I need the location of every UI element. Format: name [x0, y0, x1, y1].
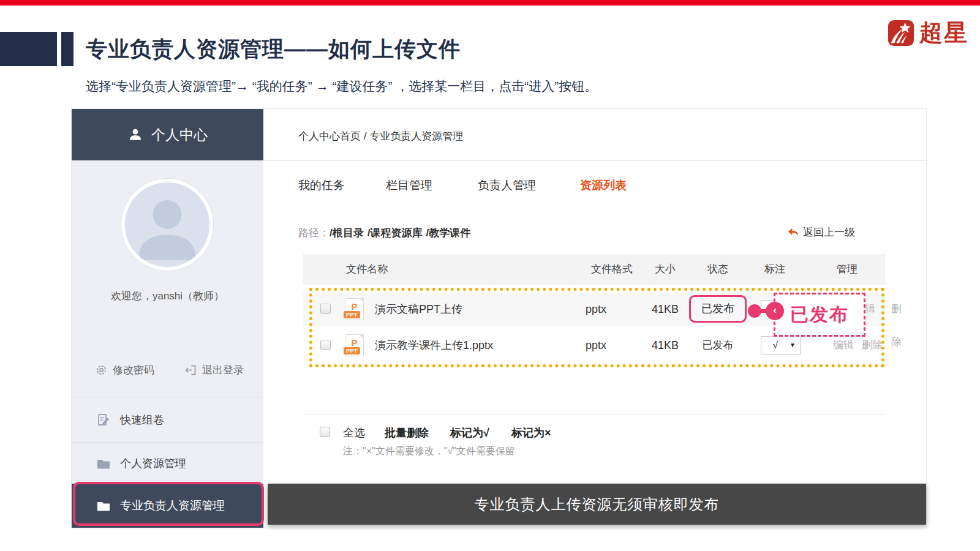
folder-icon	[96, 456, 111, 471]
path-label: 路径：	[298, 226, 330, 240]
chaoxing-logo: 超星	[887, 17, 968, 48]
file-name-link[interactable]: 演示文稿PPT上传	[375, 293, 462, 326]
back-link[interactable]: 返回上一级	[787, 225, 855, 239]
folder-icon	[96, 498, 111, 513]
column-header-filename: 文件名称	[346, 254, 388, 285]
callout-text: 已发布	[790, 302, 849, 328]
row-checkbox[interactable]	[320, 304, 331, 314]
mark-dropdown[interactable]: √ ▼	[761, 336, 801, 354]
paper-pencil-icon	[96, 413, 111, 427]
sidebar-item-label: 专业负责人资源管理	[120, 498, 225, 514]
mark-value: √	[761, 337, 790, 354]
chevron-left-icon: ‹	[766, 302, 784, 320]
select-all-checkbox[interactable]	[320, 427, 330, 437]
file-name-link[interactable]: 演示教学课件上传1.pptx	[375, 328, 493, 362]
divider	[303, 414, 885, 414]
sidebar-item-major-leader-resources[interactable]: 专业负责人资源管理	[72, 484, 263, 528]
ppt-letter: P	[345, 301, 363, 312]
file-size: 41KB	[641, 328, 690, 362]
sidebar-item-quick-paper[interactable]: 快速组卷	[72, 397, 263, 442]
back-link-label: 返回上一级	[803, 225, 855, 239]
sidebar-header-title: 个人中心	[151, 126, 208, 144]
row-checkbox[interactable]	[320, 340, 331, 350]
sidebar-item-personal-resources[interactable]: 个人资源管理	[72, 443, 263, 484]
gear-icon	[95, 364, 108, 377]
file-size: 41KB	[641, 293, 690, 326]
sidebar-item-label: 快速组卷	[120, 413, 164, 427]
file-format: pptx	[571, 293, 620, 326]
change-password-label: 修改密码	[113, 363, 154, 377]
avatar-silhouette-icon	[125, 182, 209, 267]
path-segment-root[interactable]: /根目录	[330, 226, 364, 240]
app-window: 个人中心 欢迎您，yanshi（教师） 修改密码	[72, 109, 926, 528]
tab-column-management[interactable]: 栏目管理	[386, 178, 432, 193]
callout-label-box: 已发布	[774, 293, 865, 337]
path-row: 路径： /根目录 /课程资源库 /教学课件	[298, 225, 474, 240]
breadcrumb: 个人中心首页 / 专业负责人资源管理	[298, 129, 463, 143]
change-password-link[interactable]: 修改密码	[95, 363, 154, 377]
welcome-text: 欢迎您，yanshi（教师）	[72, 289, 263, 303]
title-accent-bar	[61, 32, 74, 66]
top-red-bar	[0, 0, 980, 6]
status-badge: 已发布	[693, 328, 742, 362]
slide: 专业负责人资源管理——如何上传文件 选择“专业负责人资源管理”→ “我的任务” …	[0, 0, 980, 551]
column-header-mark: 标注	[750, 254, 799, 285]
avatar	[121, 179, 213, 271]
ppt-letter: P	[345, 337, 363, 348]
title-accent-block	[0, 32, 57, 66]
annotation-bar: 专业负责人上传资源无须审核即发布	[268, 484, 926, 525]
sidebar-item-label: 个人资源管理	[120, 456, 186, 471]
sidebar: 个人中心 欢迎您，yanshi（教师） 修改密码	[72, 109, 263, 528]
path-segment-courseware[interactable]: /教学课件	[426, 226, 470, 240]
divider	[263, 160, 926, 161]
ppt-badge: PPT	[344, 347, 360, 354]
tab-leader-management[interactable]: 负责人管理	[478, 178, 536, 193]
status-badge: 已发布	[691, 297, 745, 321]
ppt-badge: PPT	[344, 311, 360, 318]
logout-link[interactable]: 退出登录	[184, 363, 244, 377]
mark-as-check-link[interactable]: 标记为√	[450, 425, 489, 440]
ppt-file-icon: P PPT	[345, 298, 364, 320]
batch-note: 注："×"文件需要修改，"√"文件需要保留	[343, 445, 515, 458]
chaoxing-star-icon	[887, 19, 915, 47]
tab-my-tasks[interactable]: 我的任务	[298, 178, 345, 193]
table-header: 文件名称 文件格式 大小 状态 标注 管理	[303, 254, 885, 285]
page-title: 专业负责人资源管理——如何上传文件	[86, 32, 461, 66]
user-icon	[127, 127, 143, 143]
main-content: 个人中心首页 / 专业负责人资源管理 我的任务 栏目管理 负责人管理 资源列表 …	[263, 109, 926, 528]
annotation-text: 专业负责人上传资源无须审核即发布	[475, 495, 720, 514]
instruction-text: 选择“专业负责人资源管理”→ “我的任务” → “建设任务” ，选择某一栏目，点…	[86, 78, 597, 95]
sidebar-header: 个人中心	[72, 109, 263, 160]
ppt-file-icon: P PPT	[345, 334, 364, 356]
reply-arrow-icon	[787, 227, 799, 238]
status-highlight-box: 已发布	[689, 295, 747, 323]
logout-label: 退出登录	[202, 363, 244, 377]
tab-resource-list[interactable]: 资源列表	[580, 178, 627, 193]
mark-as-cross-link[interactable]: 标记为×	[511, 425, 551, 440]
column-header-format: 文件格式	[587, 254, 636, 285]
select-all-label[interactable]: 全选	[343, 425, 365, 440]
column-header-size: 大小	[641, 254, 690, 285]
column-header-status: 状态	[693, 254, 742, 285]
delete-link[interactable]: 删除	[891, 293, 902, 359]
batch-delete-link[interactable]: 批量删除	[385, 425, 429, 440]
column-header-manage: 管理	[823, 254, 872, 285]
logout-icon	[184, 364, 197, 377]
chaoxing-logo-text: 超星	[919, 17, 968, 48]
chevron-down-icon: ▼	[790, 337, 796, 354]
path-segment-course-library[interactable]: /课程资源库	[368, 226, 423, 240]
file-format: pptx	[571, 328, 620, 362]
